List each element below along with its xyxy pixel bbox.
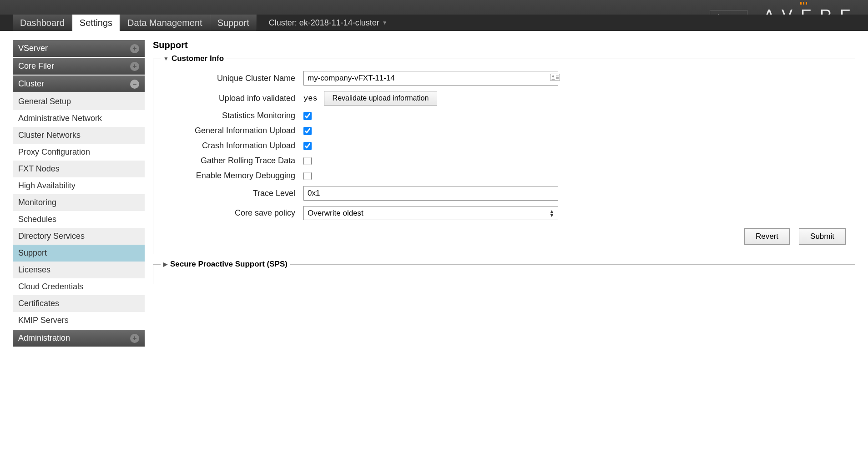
page-title: Support [153,40,855,50]
sidebar-section-cluster[interactable]: Cluster – [13,75,145,92]
label-unique-cluster-name: Unique Cluster Name [162,74,303,83]
customer-info-section: ▼ Customer Info Unique Cluster Name Uplo… [153,59,855,254]
disclosure-triangle-icon[interactable]: ▼ [163,55,169,62]
sidebar-item-administrative-network[interactable]: Administrative Network [13,110,145,127]
cluster-name: ek-2018-11-14-cluster [299,18,379,28]
tab-dashboard[interactable]: Dashboard [13,15,72,31]
plus-icon: + [130,62,139,71]
core-save-policy-select[interactable]: Overwrite oldest [303,206,558,220]
sidebar-item-directory-services[interactable]: Directory Services [13,228,145,245]
trace-level-input[interactable] [303,186,558,201]
main-nav: Dashboard Settings Data Management Suppo… [0,15,868,31]
label-core-save: Core save policy [162,208,303,218]
settings-sidebar: VServer + Core Filer + Cluster – General… [13,40,145,347]
label-crash-upload: Crash Information Upload [162,141,303,151]
upload-validated-value: yes [303,94,318,103]
sidebar-section-label: Administration [18,333,70,343]
fieldset-legend-text: Customer Info [172,54,224,63]
sidebar-cluster-items: General SetupAdministrative NetworkClust… [13,93,145,329]
unique-cluster-name-input[interactable] [303,71,558,86]
plus-icon: + [130,334,139,343]
sidebar-item-support[interactable]: Support [13,245,145,262]
sidebar-item-high-availability[interactable]: High Availability [13,177,145,194]
sps-section: ▶ Secure Proactive Support (SPS) [153,264,855,284]
sidebar-item-cloud-credentials[interactable]: Cloud Credentials [13,278,145,295]
label-mem-debug: Enable Memory Debugging [162,171,303,181]
sidebar-item-cluster-networks[interactable]: Cluster Networks [13,127,145,144]
sidebar-item-licenses[interactable]: Licenses [13,262,145,278]
sidebar-section-label: Core Filer [18,61,54,71]
revalidate-button[interactable]: Revalidate upload information [324,91,438,106]
minus-icon: – [130,80,139,89]
tab-support[interactable]: Support [210,15,257,31]
revert-button[interactable]: Revert [744,228,790,245]
top-header: Logout AVERE Dashboard Settings Data Man… [0,0,868,31]
label-general-upload: General Information Upload [162,126,303,136]
submit-button[interactable]: Submit [799,228,846,245]
fieldset-legend-text: Secure Proactive Support (SPS) [170,260,288,269]
plus-icon: + [130,44,139,53]
chevron-down-icon: ▼ [382,20,388,26]
general-upload-checkbox[interactable] [303,127,312,135]
label-trace-level: Trace Level [162,189,303,198]
tab-settings[interactable]: Settings [72,15,120,31]
disclosure-triangle-icon[interactable]: ▶ [163,261,167,267]
sidebar-item-schedules[interactable]: Schedules [13,211,145,228]
cluster-selector[interactable]: Cluster: ek-2018-11-14-cluster ▼ [262,15,395,31]
sidebar-section-vserver[interactable]: VServer + [13,40,145,57]
crash-upload-checkbox[interactable] [303,142,312,150]
label-stats-monitoring: Statistics Monitoring [162,111,303,121]
sidebar-section-core-filer[interactable]: Core Filer + [13,58,145,75]
label-upload-validated: Upload info validated [162,94,303,103]
main-content: Support ▼ Customer Info Unique Cluster N… [153,40,855,347]
tab-data-management[interactable]: Data Management [120,15,210,31]
memory-debugging-checkbox[interactable] [303,172,312,180]
sidebar-item-fxt-nodes[interactable]: FXT Nodes [13,161,145,177]
label-rolling-trace: Gather Rolling Trace Data [162,156,303,166]
sidebar-item-monitoring[interactable]: Monitoring [13,194,145,211]
stats-monitoring-checkbox[interactable] [303,112,312,120]
cluster-prefix: Cluster: [269,18,297,28]
sidebar-section-administration[interactable]: Administration + [13,330,145,347]
sidebar-item-general-setup[interactable]: General Setup [13,93,145,110]
sidebar-item-proxy-configuration[interactable]: Proxy Configuration [13,144,145,161]
sidebar-section-label: VServer [18,44,48,53]
sidebar-item-kmip-servers[interactable]: KMIP Servers [13,312,145,329]
sidebar-section-label: Cluster [18,79,44,89]
sidebar-item-certificates[interactable]: Certificates [13,295,145,312]
rolling-trace-checkbox[interactable] [303,157,312,165]
